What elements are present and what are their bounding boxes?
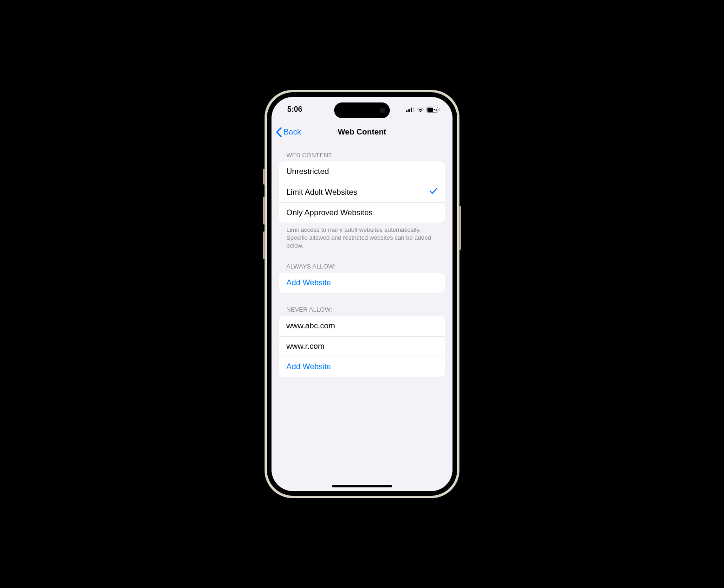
power-button [459, 206, 461, 250]
svg-rect-7 [439, 109, 440, 111]
wifi-icon [417, 107, 424, 112]
section-header-always-allow: ALWAYS ALLOW: [279, 250, 445, 273]
add-website-never-button[interactable]: Add Website [279, 357, 445, 377]
battery-icon: 51 [427, 107, 440, 113]
option-label: Unrestricted [286, 167, 329, 176]
svg-rect-3 [413, 107, 414, 112]
svg-rect-0 [406, 110, 407, 112]
never-allow-group: www.abc.com www.r.com Add Website [279, 316, 445, 377]
never-allow-item[interactable]: www.r.com [279, 336, 445, 357]
option-limit-adult[interactable]: Limit Adult Websites [279, 182, 445, 202]
dynamic-island [334, 102, 390, 118]
phone-frame: 5:06 51 Back Web Content WEB CONTENT [265, 90, 459, 498]
volume-up-button [263, 197, 265, 224]
svg-rect-6 [427, 108, 433, 112]
add-website-label: Add Website [286, 278, 331, 288]
svg-text:51: 51 [433, 108, 438, 112]
status-time: 5:06 [287, 105, 302, 114]
website-label: www.r.com [286, 342, 324, 351]
svg-rect-2 [411, 108, 412, 112]
web-content-group: Unrestricted Limit Adult Websites Only A… [279, 161, 445, 223]
option-label: Only Approved Websites [286, 208, 373, 217]
cellular-icon [406, 107, 414, 112]
website-label: www.abc.com [286, 321, 335, 331]
never-allow-item[interactable]: www.abc.com [279, 316, 445, 336]
back-button[interactable]: Back [275, 127, 301, 137]
add-website-label: Add Website [286, 362, 331, 371]
add-website-always-button[interactable]: Add Website [279, 273, 445, 293]
option-label: Limit Adult Websites [286, 188, 357, 197]
section-header-web-content: WEB CONTENT [279, 142, 445, 161]
svg-point-4 [420, 111, 421, 112]
section-header-never-allow: NEVER ALLOW: [279, 293, 445, 316]
section-footer-web-content: Limit access to many adult websites auto… [279, 223, 445, 250]
side-button [263, 169, 265, 185]
checkmark-icon [429, 187, 438, 197]
option-only-approved[interactable]: Only Approved Websites [279, 202, 445, 223]
screen: 5:06 51 Back Web Content WEB CONTENT [272, 97, 452, 491]
nav-bar: Back Web Content [272, 122, 452, 142]
option-unrestricted[interactable]: Unrestricted [279, 161, 445, 182]
always-allow-group: Add Website [279, 273, 445, 293]
svg-rect-1 [408, 109, 410, 112]
page-title: Web Content [338, 128, 387, 137]
volume-down-button [263, 231, 265, 259]
back-label: Back [284, 128, 301, 137]
home-indicator[interactable] [332, 485, 392, 487]
chevron-left-icon [275, 127, 283, 137]
